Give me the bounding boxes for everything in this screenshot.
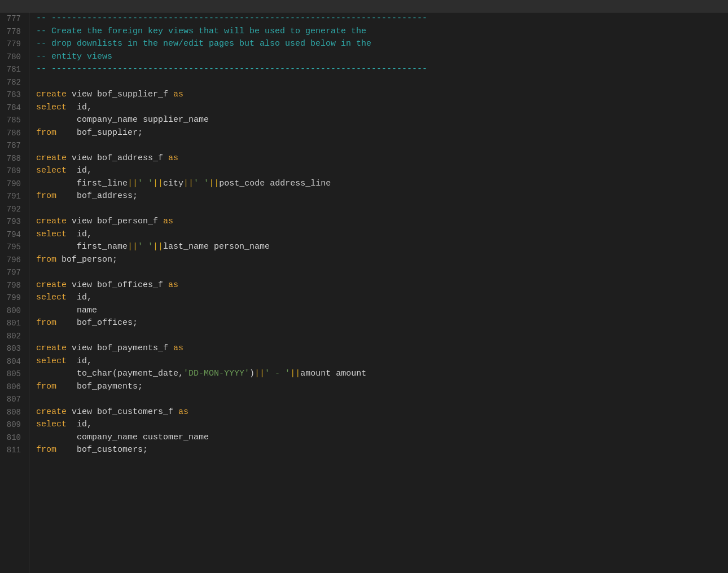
line-number: 780 <box>2 51 24 64</box>
line-number: 785 <box>2 114 24 127</box>
line-number: 791 <box>2 190 24 203</box>
line-number: 782 <box>2 76 24 89</box>
code-line: from bof_person; <box>36 254 728 267</box>
token-plain: id, <box>67 166 92 175</box>
token-plain: post_code address_line <box>219 179 331 188</box>
token-plain: bof_supplier; <box>56 128 143 138</box>
code-line: select id, <box>36 165 728 178</box>
code-line <box>36 330 728 343</box>
token-plain: bof_payments; <box>56 382 143 391</box>
editor: 7777787797807817827837847857867877887897… <box>0 0 728 573</box>
token-str: ' ' <box>138 242 153 252</box>
line-number: 790 <box>2 178 24 191</box>
line-number: 783 <box>2 89 24 102</box>
token-kw-select: select <box>36 293 67 302</box>
token-plain: view bof_offices_f <box>67 280 168 290</box>
line-number: 805 <box>2 368 24 381</box>
token-plain: view bof_supplier_f <box>67 90 173 99</box>
code-line: create view bof_supplier_f as <box>36 89 728 102</box>
token-kw-select: select <box>36 166 67 175</box>
token-plain: bof_offices; <box>56 318 138 328</box>
code-line: company_name customer_name <box>36 431 728 444</box>
code-line <box>36 203 728 216</box>
token-plain: company_name customer_name <box>36 433 209 442</box>
code-line <box>36 139 728 152</box>
code-area: 7777787797807817827837847857867877887897… <box>0 12 728 573</box>
code-line: first_line||' '||city||' '||post_code ad… <box>36 178 728 191</box>
code-lines[interactable]: -- -------------------------------------… <box>29 12 728 573</box>
line-number: 795 <box>2 241 24 254</box>
token-comment: -- entity views <box>36 52 112 61</box>
token-plain: id, <box>67 230 92 239</box>
line-number: 804 <box>2 355 24 368</box>
token-plain: to_char(payment_date, <box>36 369 183 378</box>
token-comment: -- Create the foreign key views that wil… <box>36 27 366 36</box>
token-kw-select: select <box>36 103 67 112</box>
token-kw-create: create <box>36 407 67 417</box>
token-str: 'DD-MON-YYYY' <box>183 369 249 378</box>
token-concat: || <box>128 179 138 188</box>
token-str: ' ' <box>194 179 209 188</box>
token-kw-as: as <box>173 90 183 99</box>
line-number: 778 <box>2 25 24 38</box>
token-concat: || <box>153 179 163 188</box>
token-str: ' ' <box>138 179 153 188</box>
line-number: 794 <box>2 228 24 241</box>
token-concat: || <box>255 369 265 378</box>
line-number: 799 <box>2 292 24 305</box>
line-number: 800 <box>2 305 24 318</box>
line-number: 806 <box>2 381 24 394</box>
code-line: -- -------------------------------------… <box>36 12 728 25</box>
code-line: from bof_payments; <box>36 381 728 394</box>
code-line: select id, <box>36 355 728 368</box>
token-str: ' - ' <box>265 369 290 378</box>
token-kw-from: from <box>36 445 56 455</box>
token-plain: name <box>36 306 97 315</box>
token-plain: company_name supplier_name <box>36 115 209 125</box>
line-number: 808 <box>2 406 24 419</box>
token-kw-from: from <box>36 128 56 138</box>
token-plain: amount amount <box>300 369 366 378</box>
token-kw-create: create <box>36 90 67 99</box>
line-number: 797 <box>2 266 24 279</box>
code-line: from bof_address; <box>36 190 728 203</box>
code-line: -- drop downlists in the new/edit pages … <box>36 38 728 51</box>
code-line: from bof_supplier; <box>36 127 728 140</box>
token-concat: || <box>153 242 163 252</box>
code-line: from bof_offices; <box>36 317 728 330</box>
line-number: 787 <box>2 139 24 152</box>
line-number: 809 <box>2 418 24 431</box>
code-line: create view bof_address_f as <box>36 152 728 165</box>
code-line: -- entity views <box>36 51 728 64</box>
token-concat: || <box>209 179 219 188</box>
token-plain: view bof_customers_f <box>67 407 178 417</box>
code-line <box>36 76 728 89</box>
code-line: select id, <box>36 292 728 305</box>
code-line <box>36 266 728 279</box>
token-plain: ) <box>249 369 255 378</box>
token-kw-create: create <box>36 153 67 163</box>
token-plain: bof_customers; <box>56 445 148 455</box>
token-kw-from: from <box>36 255 56 265</box>
line-number: 793 <box>2 215 24 228</box>
line-number: 811 <box>2 444 24 457</box>
token-plain: view bof_person_f <box>67 217 163 226</box>
token-kw-create: create <box>36 343 67 353</box>
token-comment: -- drop downlists in the new/edit pages … <box>36 39 371 49</box>
line-number: 798 <box>2 279 24 292</box>
token-plain: id, <box>67 420 92 429</box>
token-comment: -- -------------------------------------… <box>36 14 427 23</box>
token-plain: first_name <box>36 242 128 252</box>
code-line: company_name supplier_name <box>36 114 728 127</box>
line-number: 792 <box>2 203 24 216</box>
line-number: 786 <box>2 127 24 140</box>
line-number: 781 <box>2 63 24 76</box>
token-kw-from: from <box>36 318 56 328</box>
token-kw-select: select <box>36 420 67 429</box>
token-kw-from: from <box>36 191 56 201</box>
code-line: first_name||' '||last_name person_name <box>36 241 728 254</box>
token-plain: id, <box>67 293 92 302</box>
token-kw-as: as <box>168 153 178 163</box>
token-concat: || <box>290 369 300 378</box>
token-plain: id, <box>67 356 92 366</box>
